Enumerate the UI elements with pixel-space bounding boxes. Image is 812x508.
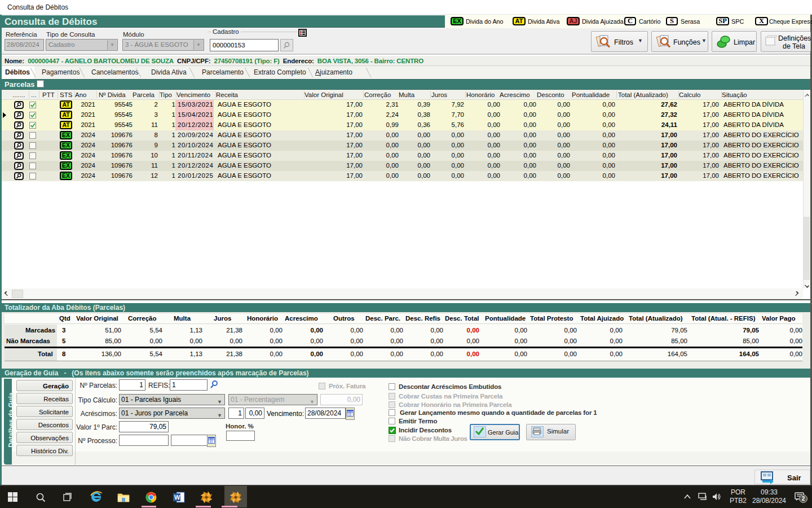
svg-text:W: W	[174, 494, 180, 501]
